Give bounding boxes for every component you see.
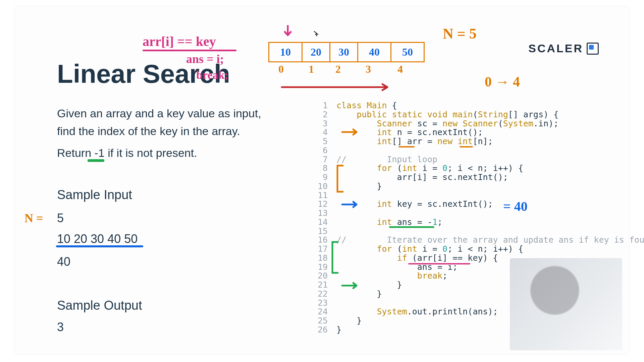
line-number: 10 [310,182,336,191]
line-number: 6 [310,146,336,155]
array-cell-4: 50 [391,43,424,61]
cursor-mark-icon [313,30,320,37]
array-cell-2: 30 [330,43,358,61]
ann-condition: arr[i] == key [143,34,216,49]
line-number: 13 [310,209,336,218]
underline-minus1 [88,159,104,162]
problem-text-1: Given an array and a key value as input,… [57,105,262,140]
code-line: 11 [310,191,644,200]
bracket-input-loop-icon [335,164,345,193]
brand-logo: SCALER [528,42,599,55]
underline-cond [143,50,236,51]
code-line: 6 [310,146,644,155]
line-number: 8 [310,164,336,173]
code-text: } [336,290,382,299]
line-number: 1 [310,101,336,110]
line-number: 14 [310,218,336,227]
ann-n5: N = 5 [443,25,477,42]
code-text: break; [336,272,447,281]
code-text: for (int i = 0; i < n; i++) { [336,245,523,254]
code-text: } [336,316,362,325]
code-line: 15 [310,227,644,236]
webcam-overlay [510,258,622,350]
array-cell-3: 40 [358,43,391,61]
code-line: 10 } [310,182,644,191]
line-number: 26 [310,325,336,335]
array-index-1: 1 [309,63,314,75]
ul-n [460,146,473,147]
ann-n-label: N = [24,211,43,225]
bracket-search-loop-icon [330,241,340,274]
array-index-3: 3 [366,63,371,75]
ul-ans-init [389,226,434,228]
array-cell-1: 20 [303,43,330,61]
array-index-2: 2 [335,63,341,75]
array-diagram: 10 20 30 40 50 [268,42,425,62]
code-text: System.out.println(ans); [336,307,498,316]
sample-input-key: 40 [57,255,70,269]
array-index-0: 0 [278,63,284,75]
line-number: 7 [310,155,336,164]
array-cell-0: 10 [269,43,303,61]
code-line: 17 for (int i = 0; i < n; i++) { [310,245,644,254]
code-line: 13 [310,209,644,218]
problem-text-2: Return -1 if it is not present. [57,144,197,162]
sample-output-heading: Sample Output [57,298,142,313]
arrow-line21-icon [340,282,361,290]
line-number: 24 [310,307,336,316]
code-line: 1class Main { [310,101,644,110]
code-text: Scanner sc = new Scanner(System.in); [336,119,558,128]
line-number: 12 [310,200,336,209]
code-line: 5 int[] arr = new int[n]; [310,137,644,146]
line-number: 23 [310,299,336,308]
code-text: arr[i] = sc.nextInt(); [336,173,508,182]
line-number: 21 [310,281,336,290]
code-line: 16// Iterate over the array and update a… [310,236,644,245]
sample-output-value: 3 [57,320,64,334]
brand-text: SCALER [528,42,583,55]
brand-icon [587,43,599,55]
arrow-line4-icon [340,128,361,136]
arrow-right-icon [280,82,394,92]
code-text: int ans = -1; [336,218,442,227]
code-line: 3 Scanner sc = new Scanner(System.in); [310,119,644,128]
sample-input-n: 5 [57,211,64,225]
code-text: // Iterate over the array and update ans… [336,236,644,245]
code-line: 2 public static void main(String[] args)… [310,110,644,119]
code-line: 8 for (int i = 0; i < n; i++) { [310,164,644,173]
code-line: 14 int ans = -1; [310,218,644,227]
ann-range: 0 → 4 [485,74,520,90]
code-text: if (arr[i] == key) { [336,254,498,263]
ul-cond-code [408,263,470,264]
line-number: 4 [310,128,336,137]
line-number: 15 [310,227,336,236]
line-number: 5 [310,137,336,146]
code-line: 9 arr[i] = sc.nextInt(); [310,173,644,182]
code-text: int[] arr = new int[n]; [336,137,493,146]
code-text: class Main { [336,101,397,110]
sample-input-array: 10 20 30 40 50 [57,232,138,246]
line-number: 22 [310,290,336,299]
ann-break: break; [196,69,228,81]
code-text: } [336,325,341,335]
line-number: 3 [310,119,336,128]
code-text: for (int i = 0; i < n; i++) { [336,164,523,173]
line-number: 9 [310,173,336,182]
array-index-4: 4 [397,63,403,75]
slide: SCALER Linear Search Given an array and … [15,7,629,354]
code-text: public static void main(String[] args) { [336,110,558,119]
line-number: 11 [310,191,336,200]
ann-assign: ans = i; [186,52,224,66]
line-number: 25 [310,316,336,325]
line-number: 2 [310,110,336,119]
sample-input-heading: Sample Input [57,188,132,202]
arrow-line12-icon [340,200,361,208]
underline-array [56,245,143,247]
ul-arr [398,146,415,147]
code-line: 7// Input loop [310,155,644,164]
code-text: // Input loop [336,155,437,164]
arrow-down-icon [283,25,293,40]
